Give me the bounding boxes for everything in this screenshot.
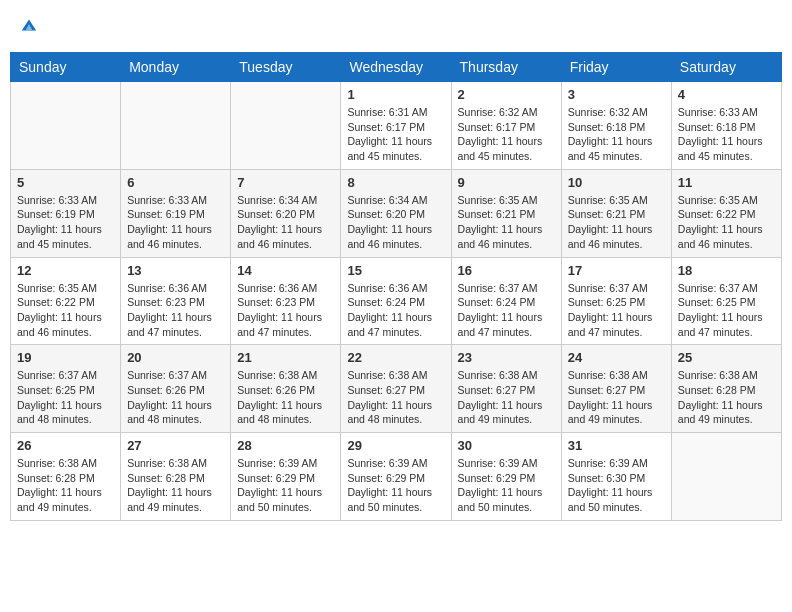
day-info: Sunrise: 6:34 AMSunset: 6:20 PMDaylight:…: [237, 193, 334, 252]
day-info: Sunrise: 6:33 AMSunset: 6:19 PMDaylight:…: [127, 193, 224, 252]
day-info: Sunrise: 6:39 AMSunset: 6:29 PMDaylight:…: [237, 456, 334, 515]
day-info: Sunrise: 6:35 AMSunset: 6:21 PMDaylight:…: [458, 193, 555, 252]
day-number: 9: [458, 175, 555, 190]
day-number: 2: [458, 87, 555, 102]
day-number: 27: [127, 438, 224, 453]
day-number: 22: [347, 350, 444, 365]
day-info: Sunrise: 6:34 AMSunset: 6:20 PMDaylight:…: [347, 193, 444, 252]
logo-icon: [20, 16, 38, 34]
calendar-cell: 12Sunrise: 6:35 AMSunset: 6:22 PMDayligh…: [11, 257, 121, 345]
calendar-cell: 17Sunrise: 6:37 AMSunset: 6:25 PMDayligh…: [561, 257, 671, 345]
day-info: Sunrise: 6:37 AMSunset: 6:25 PMDaylight:…: [17, 368, 114, 427]
calendar-cell: 7Sunrise: 6:34 AMSunset: 6:20 PMDaylight…: [231, 169, 341, 257]
header-thursday: Thursday: [451, 53, 561, 82]
day-info: Sunrise: 6:32 AMSunset: 6:18 PMDaylight:…: [568, 105, 665, 164]
calendar-cell: 10Sunrise: 6:35 AMSunset: 6:21 PMDayligh…: [561, 169, 671, 257]
calendar-cell: [231, 82, 341, 170]
day-number: 3: [568, 87, 665, 102]
calendar-cell: 27Sunrise: 6:38 AMSunset: 6:28 PMDayligh…: [121, 433, 231, 521]
day-info: Sunrise: 6:32 AMSunset: 6:17 PMDaylight:…: [458, 105, 555, 164]
calendar-cell: 23Sunrise: 6:38 AMSunset: 6:27 PMDayligh…: [451, 345, 561, 433]
header-monday: Monday: [121, 53, 231, 82]
calendar-cell: 16Sunrise: 6:37 AMSunset: 6:24 PMDayligh…: [451, 257, 561, 345]
day-number: 19: [17, 350, 114, 365]
calendar-week-0: 1Sunrise: 6:31 AMSunset: 6:17 PMDaylight…: [11, 82, 782, 170]
day-number: 14: [237, 263, 334, 278]
calendar-cell: 30Sunrise: 6:39 AMSunset: 6:29 PMDayligh…: [451, 433, 561, 521]
day-info: Sunrise: 6:37 AMSunset: 6:25 PMDaylight:…: [678, 281, 775, 340]
header-sunday: Sunday: [11, 53, 121, 82]
calendar-week-2: 12Sunrise: 6:35 AMSunset: 6:22 PMDayligh…: [11, 257, 782, 345]
day-number: 1: [347, 87, 444, 102]
calendar-cell: 31Sunrise: 6:39 AMSunset: 6:30 PMDayligh…: [561, 433, 671, 521]
day-number: 7: [237, 175, 334, 190]
day-number: 8: [347, 175, 444, 190]
calendar-cell: 4Sunrise: 6:33 AMSunset: 6:18 PMDaylight…: [671, 82, 781, 170]
day-number: 24: [568, 350, 665, 365]
day-info: Sunrise: 6:33 AMSunset: 6:18 PMDaylight:…: [678, 105, 775, 164]
day-info: Sunrise: 6:38 AMSunset: 6:28 PMDaylight:…: [127, 456, 224, 515]
calendar-cell: 22Sunrise: 6:38 AMSunset: 6:27 PMDayligh…: [341, 345, 451, 433]
day-number: 31: [568, 438, 665, 453]
day-info: Sunrise: 6:38 AMSunset: 6:28 PMDaylight:…: [17, 456, 114, 515]
day-number: 15: [347, 263, 444, 278]
calendar-cell: 28Sunrise: 6:39 AMSunset: 6:29 PMDayligh…: [231, 433, 341, 521]
day-info: Sunrise: 6:33 AMSunset: 6:19 PMDaylight:…: [17, 193, 114, 252]
day-number: 13: [127, 263, 224, 278]
day-info: Sunrise: 6:38 AMSunset: 6:28 PMDaylight:…: [678, 368, 775, 427]
day-number: 28: [237, 438, 334, 453]
header-saturday: Saturday: [671, 53, 781, 82]
day-number: 18: [678, 263, 775, 278]
day-info: Sunrise: 6:39 AMSunset: 6:30 PMDaylight:…: [568, 456, 665, 515]
day-number: 11: [678, 175, 775, 190]
calendar-header-row: SundayMondayTuesdayWednesdayThursdayFrid…: [11, 53, 782, 82]
calendar-table: SundayMondayTuesdayWednesdayThursdayFrid…: [10, 52, 782, 521]
header-tuesday: Tuesday: [231, 53, 341, 82]
day-info: Sunrise: 6:38 AMSunset: 6:27 PMDaylight:…: [458, 368, 555, 427]
calendar-cell: 8Sunrise: 6:34 AMSunset: 6:20 PMDaylight…: [341, 169, 451, 257]
calendar-cell: 15Sunrise: 6:36 AMSunset: 6:24 PMDayligh…: [341, 257, 451, 345]
day-number: 30: [458, 438, 555, 453]
day-number: 10: [568, 175, 665, 190]
calendar-cell: [121, 82, 231, 170]
day-info: Sunrise: 6:37 AMSunset: 6:24 PMDaylight:…: [458, 281, 555, 340]
calendar-cell: 13Sunrise: 6:36 AMSunset: 6:23 PMDayligh…: [121, 257, 231, 345]
calendar-cell: [671, 433, 781, 521]
calendar-cell: 20Sunrise: 6:37 AMSunset: 6:26 PMDayligh…: [121, 345, 231, 433]
day-number: 26: [17, 438, 114, 453]
day-info: Sunrise: 6:35 AMSunset: 6:22 PMDaylight:…: [678, 193, 775, 252]
day-number: 5: [17, 175, 114, 190]
page-header: [10, 10, 782, 44]
day-info: Sunrise: 6:38 AMSunset: 6:27 PMDaylight:…: [347, 368, 444, 427]
day-info: Sunrise: 6:38 AMSunset: 6:27 PMDaylight:…: [568, 368, 665, 427]
calendar-week-4: 26Sunrise: 6:38 AMSunset: 6:28 PMDayligh…: [11, 433, 782, 521]
calendar-week-3: 19Sunrise: 6:37 AMSunset: 6:25 PMDayligh…: [11, 345, 782, 433]
day-number: 6: [127, 175, 224, 190]
day-info: Sunrise: 6:39 AMSunset: 6:29 PMDaylight:…: [458, 456, 555, 515]
calendar-cell: 19Sunrise: 6:37 AMSunset: 6:25 PMDayligh…: [11, 345, 121, 433]
day-number: 16: [458, 263, 555, 278]
header-friday: Friday: [561, 53, 671, 82]
day-info: Sunrise: 6:36 AMSunset: 6:24 PMDaylight:…: [347, 281, 444, 340]
day-info: Sunrise: 6:38 AMSunset: 6:26 PMDaylight:…: [237, 368, 334, 427]
calendar-cell: 24Sunrise: 6:38 AMSunset: 6:27 PMDayligh…: [561, 345, 671, 433]
calendar-cell: 6Sunrise: 6:33 AMSunset: 6:19 PMDaylight…: [121, 169, 231, 257]
logo: [18, 14, 38, 40]
day-number: 20: [127, 350, 224, 365]
calendar-cell: 1Sunrise: 6:31 AMSunset: 6:17 PMDaylight…: [341, 82, 451, 170]
day-number: 12: [17, 263, 114, 278]
day-number: 25: [678, 350, 775, 365]
calendar-cell: 2Sunrise: 6:32 AMSunset: 6:17 PMDaylight…: [451, 82, 561, 170]
day-info: Sunrise: 6:31 AMSunset: 6:17 PMDaylight:…: [347, 105, 444, 164]
calendar-cell: 5Sunrise: 6:33 AMSunset: 6:19 PMDaylight…: [11, 169, 121, 257]
calendar-cell: [11, 82, 121, 170]
calendar-cell: 3Sunrise: 6:32 AMSunset: 6:18 PMDaylight…: [561, 82, 671, 170]
day-info: Sunrise: 6:37 AMSunset: 6:26 PMDaylight:…: [127, 368, 224, 427]
calendar-cell: 14Sunrise: 6:36 AMSunset: 6:23 PMDayligh…: [231, 257, 341, 345]
calendar-cell: 18Sunrise: 6:37 AMSunset: 6:25 PMDayligh…: [671, 257, 781, 345]
calendar-cell: 11Sunrise: 6:35 AMSunset: 6:22 PMDayligh…: [671, 169, 781, 257]
calendar-cell: 26Sunrise: 6:38 AMSunset: 6:28 PMDayligh…: [11, 433, 121, 521]
day-number: 4: [678, 87, 775, 102]
calendar-cell: 21Sunrise: 6:38 AMSunset: 6:26 PMDayligh…: [231, 345, 341, 433]
day-info: Sunrise: 6:36 AMSunset: 6:23 PMDaylight:…: [127, 281, 224, 340]
